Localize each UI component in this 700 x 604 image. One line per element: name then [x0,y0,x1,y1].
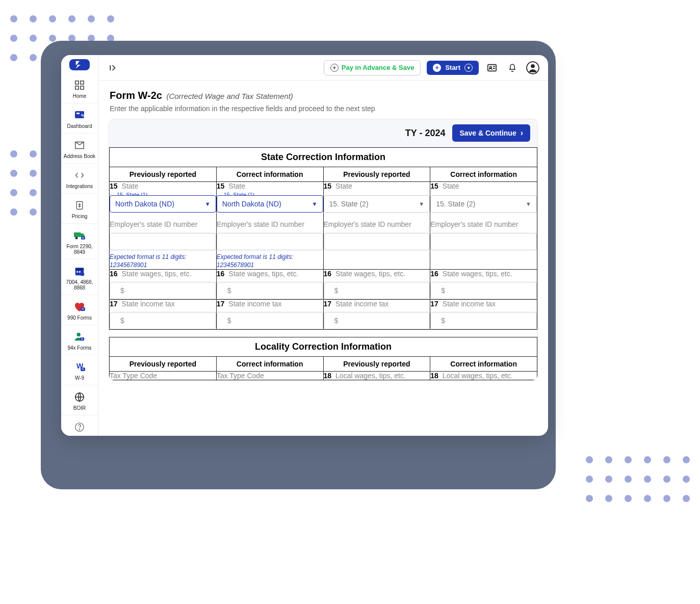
truck-icon: % [73,229,86,242]
col-header: Correct information [430,357,537,372]
field-hint: Expected format is 11 digits: 1234567890… [110,253,216,269]
sidebar-item-label: Support [70,435,88,436]
state2-correct-select[interactable]: 15. State (2) ▼ [430,195,537,213]
sidebar-item-integrations[interactable]: Integrations [61,165,98,194]
account-button[interactable] [526,61,540,75]
id-card-button[interactable] [485,61,499,75]
field-label: Employer's state ID number [110,220,216,229]
sidebar-item-label: Address Book [64,153,95,159]
box17-correct-input[interactable] [217,312,323,329]
employer-id-prev2-input[interactable] [324,233,430,250]
svg-rect-2 [75,86,79,89]
sidebar-item-990[interactable]: % 990 Forms [61,296,98,325]
sidebar-item-form2290[interactable]: % Form 2290, 8849 [61,225,98,259]
employer-id-prev-input[interactable] [110,233,216,250]
caret-down-icon: ▼ [419,201,424,207]
box-number: 15 [217,182,225,190]
tax-year-label: TY - 2024 [405,128,446,139]
svg-point-9 [75,237,78,240]
field-label: Tax Type Code [217,372,264,380]
field-label: State income tax [335,300,388,308]
caret-down-icon: ▼ [526,201,531,207]
start-button[interactable]: + Start ▾ [427,61,479,75]
form-scroll[interactable]: State Correction Information Previously … [109,147,537,380]
col-header: Previously reported [110,167,217,182]
field-label: Employer's state ID number [217,220,323,229]
address-book-icon [73,139,86,152]
box-number: 18 [430,372,438,380]
box16-prev-input[interactable] [110,282,216,299]
sidebar-item-94x[interactable]: % 94x Forms [61,326,98,355]
app-window: Home % Dashboard Address Book Integratio… [61,55,548,436]
box17-prev-input[interactable] [110,312,216,329]
heart-icon: % [73,300,86,313]
field-label: Local wages, tips, etc. [443,372,513,380]
state1-correct-select[interactable]: North Dakota (ND) ▼ [217,195,323,213]
save-continue-button[interactable]: Save & Continue › [452,124,530,142]
sidebar-item-address-book[interactable]: Address Book [61,135,98,164]
svg-point-30 [489,66,491,68]
employer-id-correct-input[interactable] [217,233,323,250]
sidebar-item-pricing[interactable]: Pricing [61,195,98,224]
home-icon [73,78,86,92]
app-logo[interactable] [69,59,90,70]
sidebar-item-label: Form 2290, 8849 [62,244,97,255]
notifications-button[interactable] [505,61,520,75]
support-icon [73,421,86,434]
sidebar-item-home[interactable]: Home [61,74,98,103]
box-number: 16 [430,270,438,278]
dashboard-icon: % [73,109,86,122]
sidebar: Home % Dashboard Address Book Integratio… [61,55,98,436]
sidebar-item-w9[interactable]: W% W-9 [61,356,98,385]
id-card-icon [486,62,498,73]
sidebar-item-boir[interactable]: BOIR [61,386,98,415]
box16-correct2-input[interactable] [430,282,537,299]
box16-correct-input[interactable] [217,282,323,299]
button-label: Save & Continue [459,129,516,137]
state1-prev-select[interactable]: North Dakota (ND) ▼ [110,195,216,213]
field-hint: Expected format is 11 digits: 1234567890… [217,253,323,269]
field-label: State wages, tips, etc. [443,270,512,278]
svg-rect-15 [77,271,79,273]
plus-circle-icon: + [433,64,441,72]
sidebar-item-label: Pricing [72,214,88,219]
avatar-icon [526,61,539,74]
decorative-dots [586,456,690,502]
employer-id-correct2-input[interactable] [430,233,537,250]
sidebar-item-7004[interactable]: 7004, 4868, 8868 [61,260,98,295]
panel-header: TY - 2024 Save & Continue › [109,119,537,147]
col-header: Previously reported [323,167,430,182]
svg-rect-3 [81,86,84,89]
caret-down-icon: ▼ [312,201,318,207]
box-number: 17 [217,300,225,308]
locality-correction-table: Locality Correction Information Previous… [109,337,537,380]
pay-advance-button[interactable]: + Pay in Advance & Save [324,60,421,75]
sidebar-item-support[interactable]: Support [61,416,98,436]
select-placeholder: 15. State (2) [436,200,475,208]
box16-prev2-input[interactable] [324,282,430,299]
chevron-down-icon: ▾ [464,64,473,72]
svg-rect-5 [76,113,80,114]
field-label: State income tax [228,300,281,308]
page-subtitle: (Corrected Wage and Tax Statement) [166,92,293,100]
state2-prev-select[interactable]: 15. State (2) ▼ [324,195,430,213]
svg-rect-0 [75,81,79,84]
col-header: Correct information [430,167,537,182]
svg-rect-1 [81,81,84,84]
sidebar-item-dashboard[interactable]: % Dashboard [61,104,98,134]
box-number: 17 [430,300,438,308]
box17-correct2-input[interactable] [430,312,537,329]
field-label: State wages, tips, etc. [335,270,405,278]
svg-text:%: % [81,113,85,118]
field-label: Local wages, tips, etc. [335,372,406,380]
svg-point-32 [531,64,535,68]
page-heading: Form W-2c (Corrected Wage and Tax Statem… [98,81,548,119]
state-correction-table: State Correction Information Previously … [109,147,537,330]
select-value: North Dakota (ND) [222,200,281,208]
sidebar-toggle[interactable] [107,61,121,75]
integrations-icon [73,169,86,182]
box-number: 17 [324,300,332,308]
box17-prev2-input[interactable] [324,312,430,329]
box-number: 17 [110,300,118,308]
sidebar-item-label: Home [73,93,87,99]
